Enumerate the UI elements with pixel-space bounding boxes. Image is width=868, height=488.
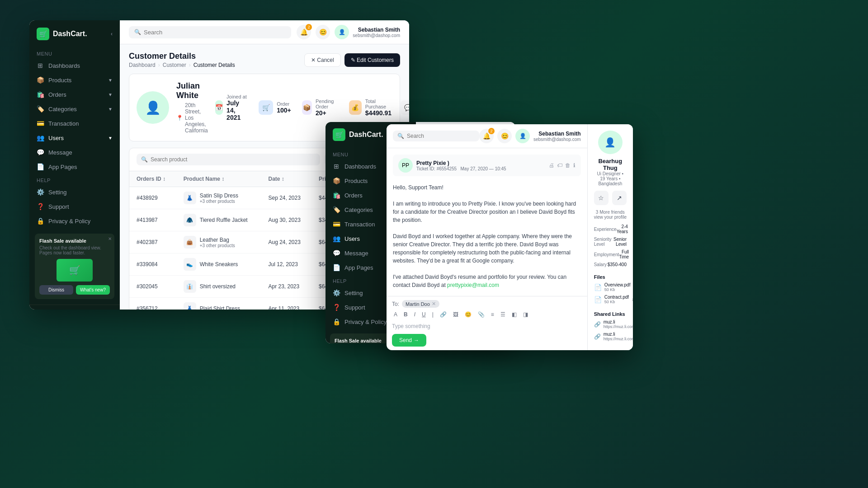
- sidebar-label-orders: Orders: [48, 91, 66, 98]
- chat-tool-attach[interactable]: 📎: [476, 310, 486, 319]
- page-actions: ✕ Cancel ✎ Edit Customers: [304, 53, 400, 67]
- chat-topbar-user-info: Sebastian Smith sebsmith@dashop.com: [533, 131, 581, 142]
- profile-link2-icon: 🔗: [594, 333, 601, 340]
- chat-print-btn[interactable]: 🖨: [549, 162, 554, 169]
- profile-file-contract-download[interactable]: ↓: [632, 297, 633, 302]
- stat-joined-info: Joined at July 14, 2021: [226, 94, 248, 121]
- sidebar-item-categories[interactable]: 🏷️ Categories ▼: [29, 102, 120, 116]
- orders-search-input[interactable]: [151, 156, 218, 163]
- chat-topbar-icons: 🔔 2 😊 👤 Sebastian Smith sebsmith@dashop.…: [479, 129, 581, 143]
- flash-dismiss-button[interactable]: Dismiss: [39, 285, 73, 295]
- sidebar-item-users[interactable]: 👥 Users ▼: [29, 131, 120, 145]
- app-name: DashCart.: [53, 30, 87, 38]
- profile-panel: 👤 Bearhug Thug Ui Designer • 19 Years • …: [587, 124, 633, 350]
- sidebar-item-orders[interactable]: 🛍️ Orders ▼: [29, 87, 120, 102]
- profile-link2-url: https://muz.li.com: [604, 337, 633, 341]
- chat-recipient-name: Martin Doo: [406, 301, 430, 307]
- customer-info: Julian White 📍 20th Street, Los Angeles,…: [176, 81, 208, 134]
- order-date: Aug 30, 2023: [261, 209, 311, 231]
- profile-file-contract-info: Contract.pdf 50 Kb: [604, 295, 629, 304]
- chat-tool-italic[interactable]: I: [412, 310, 417, 319]
- sidebar-item-setting[interactable]: ⚙️ Setting: [29, 185, 120, 199]
- flash-whatsnew-button[interactable]: What's new?: [76, 285, 110, 295]
- chat-tool-A[interactable]: A: [392, 310, 399, 319]
- stat-pending-info: Pending Order 20+: [316, 99, 338, 117]
- chat-topbar-user[interactable]: 👤 Sebastian Smith sebsmith@dashop.com: [515, 129, 581, 143]
- profile-link2-name: muz.li: [604, 332, 633, 337]
- breadcrumb-dashboard[interactable]: Dashboard: [129, 62, 156, 68]
- sidebar-logo[interactable]: 🛒 DashCart. ‹: [29, 28, 120, 47]
- chat-notification-badge: 2: [488, 128, 495, 134]
- chat-tool-align1[interactable]: ◧: [510, 310, 519, 319]
- profile-star-btn[interactable]: ☆: [594, 191, 609, 205]
- sidebar-label-message: Message: [48, 149, 72, 156]
- chat-tool-link[interactable]: 🔗: [438, 310, 448, 319]
- flash-image: 🛒: [57, 259, 93, 282]
- topbar-user-avatar: 👤: [335, 25, 349, 39]
- chat-notification-btn[interactable]: 🔔 2: [479, 129, 494, 143]
- chat-tag-btn[interactable]: 🏷: [557, 162, 562, 169]
- sidebar-label-setting: Setting: [48, 189, 66, 196]
- chat-tool-align2[interactable]: ◨: [521, 310, 530, 319]
- topbar-search-input[interactable]: [144, 29, 286, 36]
- chat-composer-placeholder[interactable]: Type something: [392, 321, 582, 331]
- profile-share-btn[interactable]: ↗: [612, 191, 627, 205]
- sidebar-item-privacy[interactable]: 🔒 Privacy & Policy: [29, 214, 120, 228]
- cancel-button[interactable]: ✕ Cancel: [304, 53, 341, 67]
- sidebar-item-message[interactable]: 💬 Message: [29, 145, 120, 160]
- flash-title: Flash Sale available: [39, 238, 110, 244]
- flash-close-icon[interactable]: ✕: [108, 236, 112, 241]
- sidebar-item-products[interactable]: 📦 Products ▼: [29, 73, 120, 87]
- profile-detail-seniority: Seniority Level Senior Level: [594, 237, 627, 247]
- chat-tool-bold[interactable]: B: [402, 310, 410, 319]
- chat-info-btn[interactable]: ℹ: [573, 162, 576, 169]
- notification-button[interactable]: 🔔 2: [297, 25, 311, 39]
- page-title: Customer Details: [129, 52, 235, 61]
- chat-recipient-remove[interactable]: ✕: [432, 301, 436, 307]
- stat-joined-icon: 📅: [215, 100, 223, 115]
- chat-search-input[interactable]: [407, 133, 475, 139]
- chat-delete-btn[interactable]: 🗑: [565, 162, 571, 169]
- chat-emoji-btn[interactable]: 😊: [497, 129, 512, 143]
- stat-pending: 📦 Pending Order 20+: [302, 94, 338, 121]
- sidebar-item-support[interactable]: ❓ Support: [29, 199, 120, 214]
- setting-icon: ⚙️: [37, 188, 44, 196]
- orders-icon: 🛍️: [37, 91, 44, 98]
- chat-tool-emoji[interactable]: 😊: [463, 310, 473, 319]
- profile-files-title: Files: [594, 274, 627, 280]
- categories-icon: 🏷️: [37, 105, 44, 113]
- order-date: Apr 11, 2023: [261, 298, 311, 310]
- sidebar-item-apppages[interactable]: 📄 App Pages: [29, 160, 120, 174]
- chat-window: 🔍 🔔 2 😊 👤 Sebastian Smith sebsmith@dasho…: [387, 124, 633, 350]
- logo-icon: 🛒: [37, 28, 49, 40]
- chat-tool-list1[interactable]: ≡: [489, 310, 496, 319]
- topbar-user-section[interactable]: 👤 Sebastian Smith sebsmith@dashop.com: [335, 25, 400, 39]
- sidebar-item-dashboards[interactable]: ⊞ Dashboards: [29, 58, 120, 73]
- topbar-user-info: Sebastian Smith sebsmith@dashop.com: [353, 27, 400, 38]
- breadcrumb-customer[interactable]: Customer: [163, 62, 186, 68]
- order-id: #302045: [129, 276, 176, 298]
- stat-joined: 📅 Joined at July 14, 2021: [215, 94, 248, 121]
- sidebar-collapse-icon[interactable]: ‹: [111, 31, 113, 37]
- chat-tool-underline[interactable]: U: [420, 310, 428, 319]
- stat-total-info: Total Purchase $4490.91: [365, 99, 394, 117]
- chat-tool-image[interactable]: 🖼: [451, 310, 460, 319]
- orders-search-container: 🔍: [137, 154, 320, 165]
- col-orders-id: Orders ID ↕: [129, 171, 176, 187]
- topbar-search-icon: 🔍: [134, 29, 141, 35]
- order-date: Aug 24, 2023: [261, 231, 311, 253]
- edit-customers-button[interactable]: ✎ Edit Customers: [344, 53, 400, 67]
- topbar-icons: 🔔 2 😊 👤 Sebastian Smith sebsmith@dashop.…: [297, 25, 400, 39]
- customer-chat-button[interactable]: 💬: [401, 100, 409, 115]
- chat-composer: To: Martin Doo ✕ A B I U | 🔗 🖼 😊 📎 ≡ ☰ ◧: [387, 296, 587, 350]
- chat-send-button[interactable]: Send →: [392, 334, 426, 347]
- message-button[interactable]: 😊: [316, 25, 330, 39]
- profile-avatar: 👤: [598, 131, 623, 154]
- order-id: #339084: [129, 253, 176, 276]
- sidebar-item-transaction[interactable]: 💳 Transaction: [29, 116, 120, 131]
- customer-location: 📍 20th Street, Los Angeles, California: [176, 102, 208, 134]
- stat-total-value: $4490.91: [365, 109, 394, 117]
- chat-topbar-avatar: 👤: [515, 129, 530, 143]
- chat-tool-list2[interactable]: ☰: [499, 310, 507, 319]
- breadcrumb-current: Customer Details: [193, 62, 235, 68]
